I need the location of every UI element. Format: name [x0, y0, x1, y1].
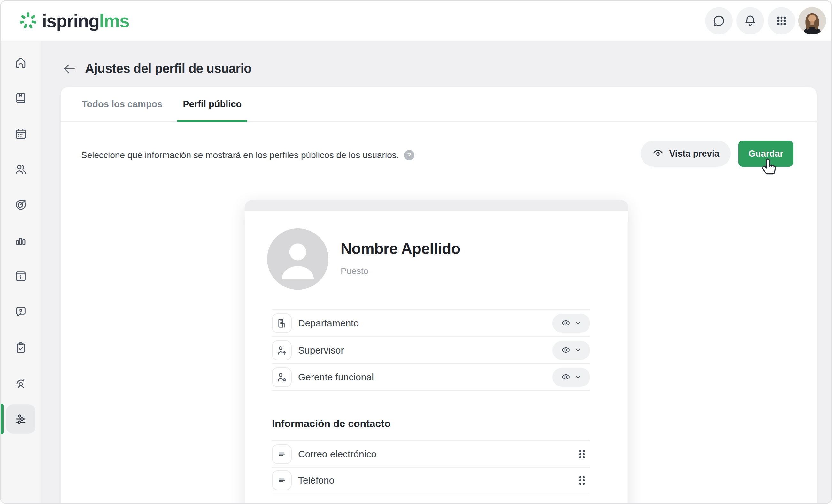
settings-panel: Todos los campos Perfil público Seleccio…: [61, 87, 817, 504]
field-label: Departamento: [298, 318, 359, 329]
apps-button[interactable]: [768, 7, 795, 34]
sidebar-item-help[interactable]: [15, 306, 27, 318]
active-item-indicator: [1, 404, 3, 434]
apps-grid-icon: [775, 14, 788, 27]
person-sync-icon: [15, 377, 27, 390]
book-icon: [15, 92, 27, 104]
contact-section-title: Información de contacto: [272, 418, 391, 430]
sidebar-item-home[interactable]: [15, 56, 27, 69]
top-header: ispringlms: [1, 1, 831, 41]
save-button[interactable]: Guardar: [738, 140, 794, 167]
tab-public-profile[interactable]: Perfil público: [183, 87, 241, 122]
field-row-supervisor: Supervisor: [272, 336, 590, 364]
profile-preview-card: Nombre Apellido Puesto Departamento: [245, 200, 628, 504]
contact-fields-list: Correo electrónico: [272, 441, 590, 494]
bar-chart-icon: [15, 234, 27, 246]
field-label: Teléfono: [298, 475, 334, 486]
page-title: Ajustes del perfil de usuario: [85, 61, 252, 76]
description-text: Seleccione qué información se mostrará e…: [81, 150, 399, 160]
brand-logo[interactable]: ispringlms: [19, 1, 129, 41]
settings-sliders-icon: [14, 412, 27, 426]
eye-icon: [561, 318, 571, 328]
field-row-telefono: Teléfono: [272, 467, 590, 494]
chevron-down-icon: [574, 374, 581, 381]
avatar-placeholder: [267, 228, 329, 290]
visibility-dropdown[interactable]: [552, 314, 590, 333]
app-window: ispringlms: [0, 0, 832, 504]
avatar-photo: [799, 7, 826, 34]
brand-name: ispringlms: [42, 10, 129, 31]
arrow-left-icon: [62, 61, 77, 76]
sidebar-item-calendar[interactable]: [15, 128, 27, 140]
save-button-label: Guardar: [749, 149, 783, 159]
tab-all-fields[interactable]: Todos los campos: [82, 87, 162, 122]
drag-handle[interactable]: [578, 475, 586, 486]
chat-button[interactable]: [705, 7, 733, 34]
sidebar-item-360[interactable]: [15, 377, 27, 390]
ispring-burst-icon: [19, 11, 37, 30]
notifications-button[interactable]: [736, 7, 764, 34]
sidebar-item-courses[interactable]: [15, 92, 27, 104]
sidebar-item-news[interactable]: [15, 270, 27, 283]
building-icon: [272, 313, 292, 333]
calendar-icon: [15, 128, 27, 140]
info-board-icon: [15, 270, 27, 283]
back-button[interactable]: [62, 61, 77, 76]
sidebar-item-users[interactable]: [15, 163, 27, 176]
drag-handle[interactable]: [578, 448, 586, 460]
field-label: Supervisor: [298, 345, 344, 356]
field-label: Gerente funcional: [298, 372, 374, 382]
help-icon[interactable]: ?: [404, 150, 414, 160]
field-row-gerente-funcional: Gerente funcional: [272, 364, 590, 391]
sidebar-item-reports[interactable]: [15, 234, 27, 246]
brand-product: lms: [99, 10, 129, 31]
chevron-down-icon: [574, 320, 581, 327]
eye-icon: [561, 372, 571, 382]
user-avatar[interactable]: [799, 7, 826, 34]
home-icon: [15, 56, 27, 69]
target-icon: [15, 198, 27, 211]
sidebar-item-tasks[interactable]: [15, 341, 27, 354]
tab-bar: Todos los campos Perfil público: [61, 87, 817, 122]
field-label: Correo electrónico: [298, 449, 376, 459]
eye-preview-icon: [652, 148, 664, 159]
clipboard-check-icon: [15, 341, 27, 354]
eye-icon: [561, 346, 571, 355]
profile-position: Puesto: [341, 266, 368, 276]
field-row-departamento: Departamento: [272, 309, 590, 336]
preview-button-label: Vista previa: [669, 149, 720, 159]
chat-icon: [712, 14, 726, 27]
sidebar: [1, 41, 41, 503]
visibility-dropdown[interactable]: [552, 341, 590, 360]
users-icon: [15, 163, 27, 176]
chevron-down-icon: [574, 347, 581, 354]
profile-card-header-strip: [245, 200, 628, 211]
person-silhouette-icon: [267, 228, 329, 290]
bell-icon: [744, 14, 757, 27]
text-lines-icon: [272, 471, 292, 490]
person-arrow-up-icon: [272, 341, 292, 360]
text-lines-icon: [272, 444, 292, 464]
description-row: Seleccione qué información se mostrará e…: [81, 150, 414, 160]
person-star-icon: [272, 367, 292, 387]
preview-button[interactable]: Vista previa: [641, 140, 731, 167]
visibility-dropdown[interactable]: [552, 368, 590, 387]
sidebar-item-settings[interactable]: [6, 404, 35, 434]
field-row-correo: Correo electrónico: [272, 441, 590, 467]
sidebar-item-goals[interactable]: [15, 198, 27, 211]
help-bubble-icon: [15, 306, 27, 318]
profile-name: Nombre Apellido: [341, 240, 461, 258]
profile-fields-list: Departamento: [272, 309, 590, 391]
